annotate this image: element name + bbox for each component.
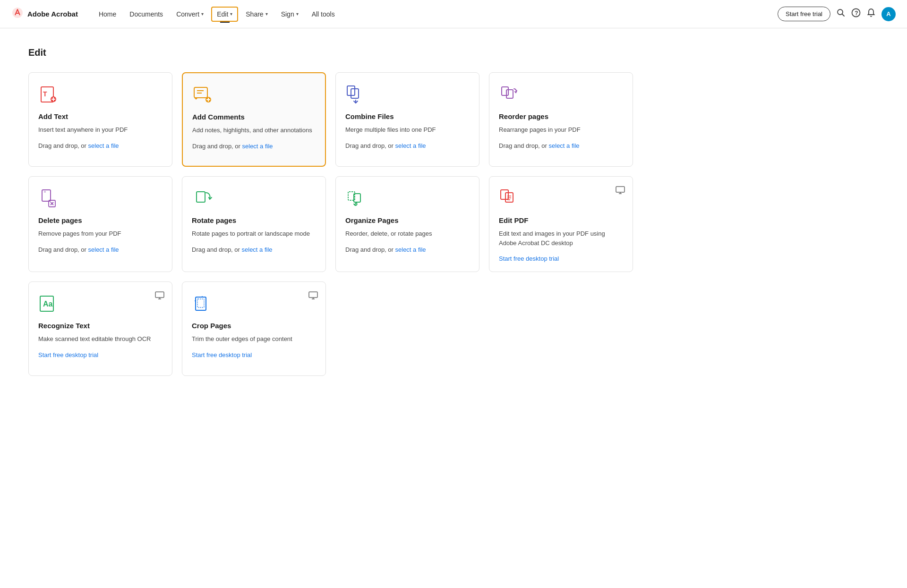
rotate-pages-icon: [192, 188, 316, 211]
reorder-pages-select-file[interactable]: select a file: [549, 142, 580, 149]
crop-pages-action: Start free desktop trial: [192, 351, 316, 358]
notification-icon[interactable]: [866, 8, 876, 20]
edit-pdf-action: Start free desktop trial: [499, 255, 623, 262]
recognize-text-title: Recognize Text: [38, 322, 163, 330]
tools-grid-row3: Aa Recognize Text Make scanned text edit…: [28, 281, 633, 376]
add-text-desc: Insert text anywhere in your PDF: [38, 125, 163, 135]
delete-pages-icon: [38, 188, 163, 211]
add-text-action: Drag and drop, or select a file: [38, 142, 163, 149]
empty-slot-3: [335, 281, 479, 376]
desktop-icon: [616, 186, 625, 196]
tool-card-add-text[interactable]: T Add Text Insert text anywhere in your …: [28, 72, 172, 167]
delete-pages-action: Drag and drop, or select a file: [38, 246, 163, 253]
chevron-down-icon: ▾: [201, 11, 204, 17]
svg-rect-35: [155, 292, 164, 298]
add-text-select-file[interactable]: select a file: [88, 142, 119, 149]
combine-files-select-file[interactable]: select a file: [395, 142, 426, 149]
edit-pdf-desc: Edit text and images in your PDF using A…: [499, 229, 623, 247]
reorder-pages-action: Drag and drop, or select a file: [499, 142, 623, 149]
tool-card-edit-pdf[interactable]: Edit PDF Edit text and images in your PD…: [489, 176, 633, 272]
recognize-text-desc: Make scanned text editable through OCR: [38, 334, 163, 344]
nav-edit[interactable]: Edit ▾: [211, 7, 238, 22]
crop-pages-trial-link[interactable]: Start free desktop trial: [192, 351, 252, 358]
empty-slot-4: [489, 281, 633, 376]
tool-card-reorder-pages[interactable]: Reorder pages Rearrange pages in your PD…: [489, 72, 633, 167]
svg-text:T: T: [43, 90, 47, 98]
svg-rect-27: [616, 187, 625, 192]
reorder-pages-desc: Rearrange pages in your PDF: [499, 125, 623, 135]
svg-rect-18: [506, 90, 513, 98]
edit-pdf-icon: [499, 188, 623, 211]
nav-convert[interactable]: Convert ▾: [171, 7, 209, 22]
nav-all-tools[interactable]: All tools: [306, 7, 341, 22]
organize-pages-action: Drag and drop, or select a file: [345, 246, 470, 253]
chevron-down-icon: ▾: [296, 11, 299, 17]
svg-rect-31: [505, 193, 513, 202]
tool-card-recognize-text[interactable]: Aa Recognize Text Make scanned text edit…: [28, 281, 172, 376]
edit-pdf-title: Edit PDF: [499, 216, 623, 224]
svg-text:Aa: Aa: [43, 300, 53, 308]
crop-pages-title: Crop Pages: [192, 322, 316, 330]
reorder-pages-title: Reorder pages: [499, 112, 623, 120]
organize-pages-title: Organize Pages: [345, 216, 470, 224]
recognize-text-icon: Aa: [38, 293, 163, 316]
svg-rect-40: [309, 292, 317, 298]
nav-documents[interactable]: Documents: [124, 7, 169, 22]
tool-card-organize-pages[interactable]: Organize Pages Reorder, delete, or rotat…: [335, 176, 479, 272]
tool-card-combine-files[interactable]: Combine Files Merge multiple files into …: [335, 72, 479, 167]
header-right: Start free trial ? A: [778, 7, 896, 21]
chevron-down-icon: ▾: [230, 11, 232, 17]
header: Adobe Acrobat Home Documents Convert ▾ E…: [0, 0, 907, 28]
desktop-icon-crop: [308, 291, 318, 302]
combine-files-desc: Merge multiple files into one PDF: [345, 125, 470, 135]
tool-card-add-comments[interactable]: Add Comments Add notes, highlights, and …: [182, 72, 326, 167]
svg-rect-17: [502, 87, 508, 95]
tool-card-crop-pages[interactable]: Crop Pages Trim the outer edges of page …: [182, 281, 326, 376]
crop-pages-desc: Trim the outer edges of page content: [192, 334, 316, 344]
edit-pdf-trial-link[interactable]: Start free desktop trial: [499, 255, 559, 262]
main-content: Edit T Add Text Insert text anywhere in …: [0, 28, 661, 395]
delete-pages-title: Delete pages: [38, 216, 163, 224]
recognize-text-action: Start free desktop trial: [38, 351, 163, 358]
add-comments-desc: Add notes, highlights, and other annotat…: [192, 126, 316, 135]
rotate-pages-action: Drag and drop, or select a file: [192, 246, 316, 253]
tool-card-delete-pages[interactable]: Delete pages Remove pages from your PDF …: [28, 176, 172, 272]
add-comments-icon: [192, 85, 316, 107]
nav-home[interactable]: Home: [93, 7, 122, 22]
rotate-pages-select-file[interactable]: select a file: [242, 246, 273, 253]
add-comments-title: Add Comments: [192, 113, 316, 121]
crop-pages-icon: [192, 293, 316, 316]
delete-pages-select-file[interactable]: select a file: [88, 246, 119, 253]
avatar[interactable]: A: [881, 7, 896, 21]
nav-sign[interactable]: Sign ▾: [275, 7, 304, 22]
start-trial-button[interactable]: Start free trial: [778, 7, 830, 21]
desktop-icon-recognize: [155, 291, 164, 302]
organize-pages-desc: Reorder, delete, or rotate pages: [345, 229, 470, 239]
reorder-pages-icon: [499, 84, 623, 107]
combine-files-icon: [345, 84, 470, 107]
chevron-down-icon: ▾: [265, 11, 268, 17]
organize-pages-select-file[interactable]: select a file: [395, 246, 426, 253]
search-icon[interactable]: [836, 8, 846, 20]
rotate-pages-desc: Rotate pages to portrait or landscape mo…: [192, 229, 316, 239]
organize-pages-icon: [345, 188, 470, 211]
add-comments-select-file[interactable]: select a file: [242, 143, 273, 150]
nav-share[interactable]: Share ▾: [240, 7, 273, 22]
svg-rect-30: [501, 190, 508, 199]
svg-rect-44: [197, 299, 204, 307]
tool-card-rotate-pages[interactable]: Rotate pages Rotate pages to portrait or…: [182, 176, 326, 272]
recognize-text-trial-link[interactable]: Start free desktop trial: [38, 351, 98, 358]
add-comments-action: Drag and drop, or select a file: [192, 143, 316, 150]
add-text-icon: T: [38, 84, 163, 107]
svg-rect-19: [42, 190, 51, 201]
add-text-title: Add Text: [38, 112, 163, 120]
tools-grid-row1: T Add Text Insert text anywhere in your …: [28, 72, 633, 167]
acrobat-logo-icon: [11, 7, 24, 22]
tools-grid-row2: Delete pages Remove pages from your PDF …: [28, 176, 633, 272]
help-icon[interactable]: ?: [851, 8, 861, 20]
page-title: Edit: [28, 47, 633, 58]
logo-area: Adobe Acrobat: [11, 7, 78, 22]
svg-text:?: ?: [855, 10, 858, 17]
main-nav: Home Documents Convert ▾ Edit ▾ Share ▾ …: [93, 7, 778, 22]
svg-line-1: [842, 14, 845, 17]
